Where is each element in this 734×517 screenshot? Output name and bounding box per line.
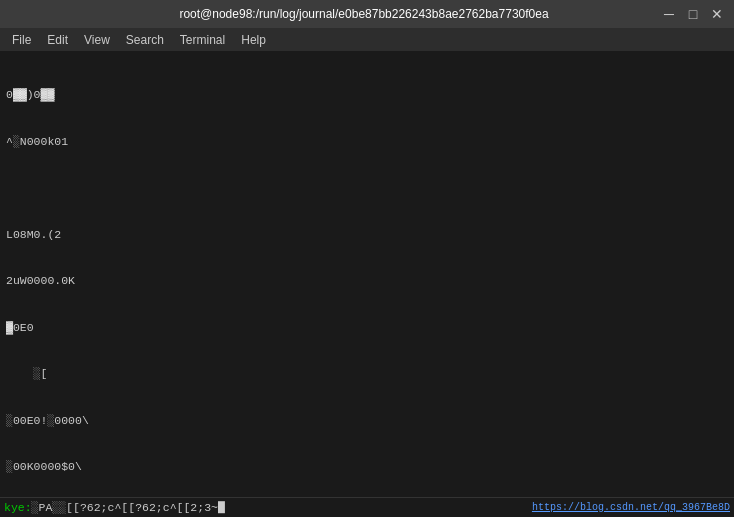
window-controls: ─ □ ✕ <box>660 5 726 23</box>
bottom-bar: kye:░PA░░[[?62;c^[[?62;c^[[2;3~█ https:/… <box>0 497 734 517</box>
menu-edit[interactable]: Edit <box>39 31 76 49</box>
terminal-line: 2uW0000.0K <box>6 273 728 289</box>
window-title: root@node98:/run/log/journal/e0be87bb226… <box>68 7 660 21</box>
minimize-button[interactable]: ─ <box>660 5 678 23</box>
menubar: File Edit View Search Terminal Help <box>0 28 734 52</box>
terminal-window: root@node98:/run/log/journal/e0be87bb226… <box>0 0 734 517</box>
prompt-line[interactable]: kye:░PA░░[[?62;c^[[?62;c^[[2;3~█ <box>4 501 225 514</box>
terminal-line: ░[ <box>6 366 728 382</box>
prompt-text: kye: <box>4 501 32 514</box>
menu-help[interactable]: Help <box>233 31 274 49</box>
terminal-line: ░00E0!░0000\ <box>6 413 728 429</box>
maximize-button[interactable]: □ <box>684 5 702 23</box>
terminal-line: ▓0E0 <box>6 320 728 336</box>
terminal-line: ░00K0000$0\ <box>6 459 728 475</box>
terminal-line: ^░N000k01 <box>6 134 728 150</box>
menu-file[interactable]: File <box>4 31 39 49</box>
menu-search[interactable]: Search <box>118 31 172 49</box>
terminal-body[interactable]: 0▓▓)0▓▓ ^░N000k01 L08M0.(2 2uW0000.0K ▓0… <box>0 52 734 497</box>
url-link[interactable]: https://blog.csdn.net/qq_3967Be8D <box>532 502 730 513</box>
prompt-command: ░PA░░[[?62;c^[[?62;c^[[2;3~█ <box>32 501 225 514</box>
close-button[interactable]: ✕ <box>708 5 726 23</box>
menu-terminal[interactable]: Terminal <box>172 31 233 49</box>
menu-view[interactable]: View <box>76 31 118 49</box>
url-text[interactable]: https://blog.csdn.net/qq_3967Be8D <box>532 502 730 513</box>
terminal-line: 0▓▓)0▓▓ <box>6 87 728 103</box>
titlebar: root@node98:/run/log/journal/e0be87bb226… <box>0 0 734 28</box>
terminal-line <box>6 180 728 196</box>
terminal-line: L08M0.(2 <box>6 227 728 243</box>
